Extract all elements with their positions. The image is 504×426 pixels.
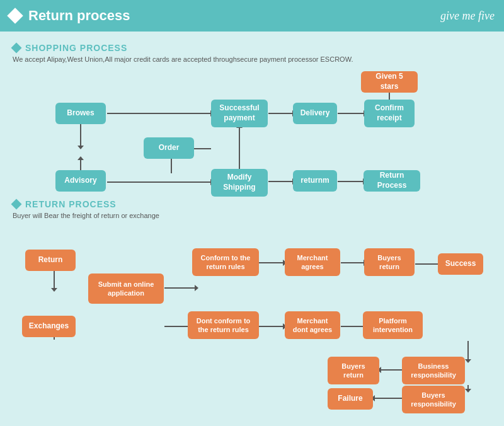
return-section: RETURN PROCESS Buyer will Bear the freig… <box>13 199 491 407</box>
box-submit-online: Submit an online application <box>88 273 164 304</box>
return-diamond-icon <box>11 199 22 210</box>
header: Return process give me five <box>0 0 504 32</box>
box-delivery: Delivery <box>293 103 337 124</box>
brand-label: give me five <box>440 9 495 23</box>
return-description: Buyer will Bear the freight of return or… <box>13 212 491 219</box>
box-successful-payment: Successful payment <box>211 100 268 127</box>
shopping-description: We accept Alipay,West Union,All major cr… <box>13 55 491 63</box>
shopping-diamond-icon <box>11 43 22 54</box>
box-returnm: returnm <box>293 170 337 192</box>
box-modify-shipping: Modify Shipping <box>211 169 268 197</box>
shopping-section: SHOPPING PROCESS We accept Alipay,West U… <box>13 43 491 194</box>
box-buyers-return2: Buyers return <box>328 357 379 384</box>
return-section-title: RETURN PROCESS <box>25 199 117 209</box>
box-given-5-stars: Given 5 stars <box>361 71 418 93</box>
return-flow: Return Exchanges Submit an online applic… <box>13 224 491 407</box>
box-order: Order <box>144 137 194 159</box>
header-diamond-icon <box>7 8 23 23</box>
box-browes: Browes <box>55 103 106 124</box>
box-return-process: Return Process <box>364 170 420 192</box>
box-merchant-agrees: Merchant agrees <box>285 248 340 276</box>
box-buyers-resp: Buyers responsibility <box>402 386 465 413</box>
box-failure: Failure <box>328 388 373 410</box>
box-conform-rules: Conform to the return rules <box>192 248 259 276</box>
box-return: Return <box>25 250 76 271</box>
shopping-section-title: SHOPPING PROCESS <box>25 43 127 53</box>
box-business-resp: Business responsibility <box>402 357 465 384</box>
shopping-flow: Browes Order Advisory Successful payment… <box>13 68 491 194</box>
header-title: Return process <box>28 8 130 24</box>
box-advisory: Advisory <box>55 170 106 192</box>
box-exchanges: Exchanges <box>22 316 76 337</box>
box-platform-intervention: Platform intervention <box>363 311 423 339</box>
box-merchant-dont: Merchant dont agrees <box>285 311 340 339</box>
box-dont-conform: Dont conform to the return rules <box>188 311 259 339</box>
box-confirm-receipt: Confirm receipt <box>364 100 415 127</box>
box-success: Success <box>438 253 483 275</box>
box-buyers-return1: Buyers return <box>364 248 415 276</box>
